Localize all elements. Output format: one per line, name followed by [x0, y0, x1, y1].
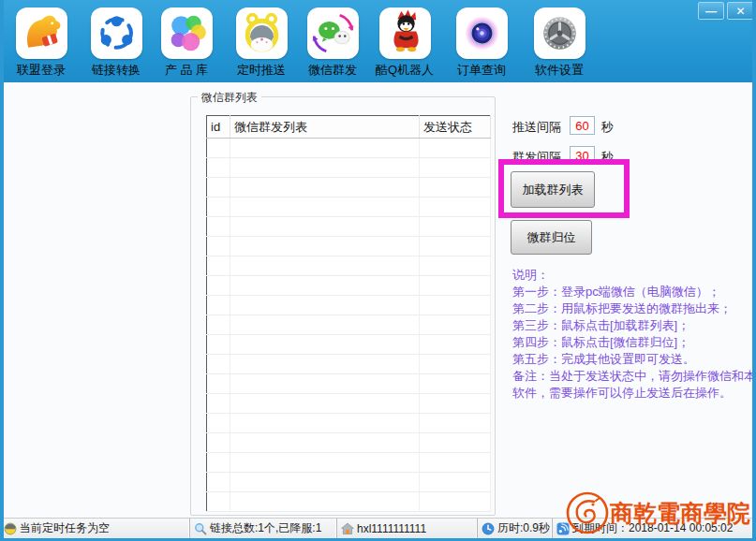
- table-cell: [420, 394, 491, 414]
- table-cell: [207, 276, 230, 296]
- instruction-line: 第二步：用鼠标把要发送的微群拖出来；: [512, 300, 756, 317]
- table-cell: [420, 276, 491, 296]
- instruction-line: 第四步：鼠标点击[微信群归位]；: [512, 334, 756, 351]
- instruction-line: 第三步：鼠标点击[加载群列表]；: [512, 317, 756, 334]
- table-cell: [207, 414, 230, 433]
- table-cell: [420, 256, 491, 276]
- toolbar-item-alliance-login[interactable]: 联盟登录: [4, 7, 79, 79]
- table-row: [207, 433, 491, 453]
- table-row: [207, 335, 491, 355]
- table-cell: [230, 296, 420, 315]
- wechat-sync-icon: [307, 7, 359, 59]
- toolbar-item-order-query[interactable]: 订单查询: [444, 7, 519, 79]
- push-interval-input[interactable]: [570, 116, 595, 135]
- table-row: [207, 473, 491, 492]
- table-row: [207, 315, 491, 335]
- toolbar-item-coolq-robot[interactable]: 酷Q机器人: [367, 7, 442, 79]
- table-cell: [207, 433, 230, 453]
- table-row: [207, 276, 491, 296]
- toolbar-item-label: 酷Q机器人: [367, 62, 442, 79]
- load-group-list-button[interactable]: 加载群列表: [511, 171, 595, 208]
- table-row: [207, 414, 491, 433]
- instruction-line: 备注：当处于发送状态中，请勿操作微信和本: [512, 368, 756, 385]
- table-cell: [230, 256, 420, 276]
- table-cell: [207, 158, 230, 178]
- column-header-list[interactable]: 微信群发列表: [230, 116, 420, 139]
- expiry-icon: [556, 522, 570, 535]
- toolbar-item-software-settings[interactable]: 软件设置: [522, 7, 597, 79]
- toolbar-item-scheduled-push[interactable]: 定时推送: [224, 7, 299, 79]
- table-cell: [207, 473, 230, 492]
- regroup-button[interactable]: 微群归位: [511, 220, 592, 255]
- table-row: [207, 492, 491, 512]
- status-segment-expiry: 到期时间：2018-01-14 00:05:02: [553, 519, 756, 538]
- table-cell: [207, 394, 230, 414]
- status-text: 链接总数:1个,已降服:1: [210, 520, 321, 536]
- table-cell: [420, 355, 491, 374]
- table-cell: [420, 197, 491, 217]
- status-text: 到期时间：2018-01-14 00:05:02: [572, 520, 733, 536]
- table-row: [207, 237, 491, 256]
- table-cell: [207, 296, 230, 315]
- status-text: 当前定时任务为空: [20, 520, 110, 536]
- table-row: [207, 256, 491, 276]
- toolbar-item-link-convert[interactable]: 链接转换: [79, 7, 154, 79]
- instruction-line: 第一步：登录pc端微信（电脑微信）；: [512, 284, 756, 300]
- table-cell: [230, 139, 420, 158]
- toolbar-item-label: 软件设置: [522, 62, 597, 79]
- push-interval-unit: 秒: [601, 119, 614, 136]
- toolbar-item-label: 定时推送: [224, 62, 299, 79]
- kangaroo-login-icon: [16, 7, 67, 59]
- table-cell: [230, 315, 420, 335]
- toolbar-item-product-library[interactable]: 产 品 库: [149, 7, 224, 79]
- bubbles-products-icon: [161, 7, 213, 59]
- send-interval-input[interactable]: [570, 146, 595, 165]
- table-cell: [420, 335, 491, 355]
- table-cell: [230, 197, 420, 217]
- push-interval-label: 推送间隔: [512, 119, 561, 136]
- table-cell: [230, 217, 420, 237]
- table-cell: [207, 197, 230, 217]
- table-cell: [230, 433, 420, 453]
- toolbar-item-label: 产 品 库: [149, 62, 224, 79]
- lens-query-icon: [456, 7, 508, 59]
- magnifier-icon: [194, 522, 207, 535]
- table-cell: [420, 296, 491, 315]
- table-cell: [420, 453, 491, 473]
- status-segment-account: hxl1111111111: [337, 519, 478, 538]
- wechat-group-table: id 微信群发列表 发送状态: [206, 115, 491, 512]
- table-cell: [230, 394, 420, 414]
- group-box-title: 微信群列表: [198, 90, 261, 106]
- table-cell: [207, 237, 230, 256]
- table-row: [207, 217, 491, 237]
- table-row: [207, 139, 491, 158]
- home-icon: [341, 522, 354, 535]
- instruction-line: 第五步：完成其他设置即可发送。: [512, 351, 756, 368]
- table-cell: [420, 158, 491, 178]
- instruction-line: 软件，需要操作可以停止发送后在操作。: [512, 385, 756, 402]
- send-interval-label: 群发间隔: [512, 149, 561, 166]
- close-button[interactable]: ✕: [727, 2, 754, 20]
- table-cell: [230, 492, 420, 512]
- minimize-button[interactable]: —: [698, 2, 724, 20]
- column-header-status[interactable]: 发送状态: [420, 116, 491, 139]
- table-row: [207, 394, 491, 414]
- table-cell: [207, 374, 230, 394]
- table-cell: [230, 453, 420, 473]
- table-cell: [207, 178, 230, 197]
- toolbar-item-wechat-mass-send[interactable]: 微信群发: [295, 7, 370, 79]
- table-cell: [230, 237, 420, 256]
- table-row: [207, 178, 491, 197]
- group-table-body: [207, 139, 491, 512]
- column-header-id[interactable]: id: [207, 116, 230, 139]
- table-cell: [207, 217, 230, 237]
- table-cell: [230, 335, 420, 355]
- table-row: [207, 453, 491, 473]
- toolbar-item-label: 订单查询: [444, 62, 519, 79]
- share-link-icon: [91, 7, 142, 59]
- table-row: [207, 158, 491, 178]
- table-cell: [230, 158, 420, 178]
- send-interval-unit: 秒: [601, 149, 614, 166]
- table-cell: [207, 355, 230, 374]
- table-cell: [207, 335, 230, 355]
